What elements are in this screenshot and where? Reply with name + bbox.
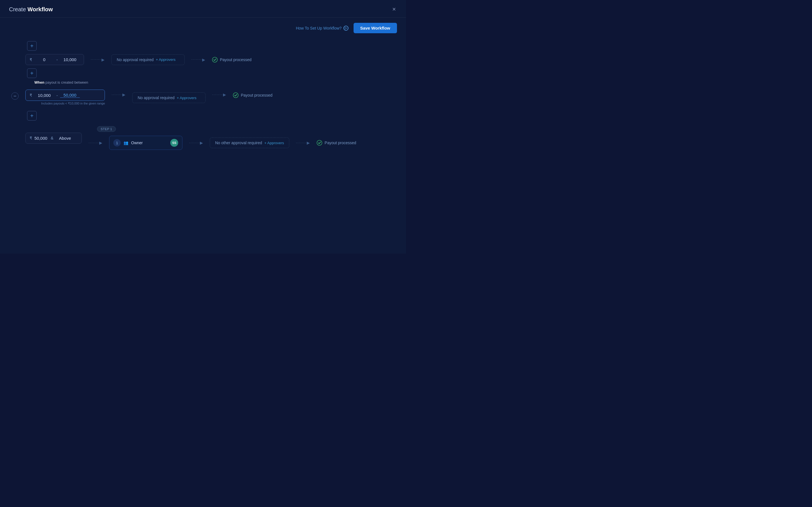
help-icon: ▷ <box>343 25 349 31</box>
when-label: When payout is created between <box>35 80 395 84</box>
approval-box-1: No approval required + Approvers <box>111 54 185 65</box>
add-row-button-top[interactable]: + <box>27 41 37 51</box>
connector-1: ▶ <box>91 57 105 62</box>
payout-processed-2: Payout processed <box>233 93 272 98</box>
step-label-1: STEP 1 <box>97 126 116 132</box>
range-value-3: 50,000 <box>35 136 47 140</box>
amp-3: & <box>51 136 53 140</box>
workflow-row-3-wrapper: ₹ 50,000 & Above STEP 1 ▶ <box>11 123 395 153</box>
range-max-2[interactable] <box>60 93 80 98</box>
add-approvers-btn-1[interactable]: + Approvers <box>156 57 175 62</box>
toolbar: How To Set Up Workflow? ▷ Save Workflow <box>0 18 406 36</box>
approver-avatar: SS <box>170 139 178 147</box>
currency-symbol-1: ₹ <box>30 57 32 62</box>
connector-3c: ▶ <box>296 140 310 145</box>
connector-2: ▶ <box>112 93 125 97</box>
help-text: How To Set Up Workflow? <box>296 26 342 31</box>
add-row-button-middle[interactable]: + <box>27 68 37 78</box>
approval-text-2: No approval required <box>138 96 174 100</box>
check-icon-1 <box>212 57 218 62</box>
modal-title: Create Workflow <box>9 6 53 13</box>
workflow-row-1: ₹ - ▶ No approval required + Approvers ▶ <box>11 54 395 65</box>
approver-box-1: 1 👥 Owner SS <box>109 136 183 150</box>
approver-role: Owner <box>131 140 167 145</box>
workflow-row-2: − ₹ - Includes payouts < ₹10,000 in the … <box>11 90 395 105</box>
payout-text-2: Payout processed <box>241 93 272 98</box>
workflow-row-3: ₹ 50,000 & Above STEP 1 ▶ <box>11 126 395 150</box>
dash-2: - <box>56 93 58 98</box>
add-row-button-lower[interactable]: + <box>27 111 37 121</box>
approver-people-icon: 👥 <box>123 140 128 145</box>
currency-symbol-2: ₹ <box>30 93 32 98</box>
dash-1: - <box>56 57 58 62</box>
no-other-text: No other approval required <box>215 140 262 145</box>
remove-row-button[interactable]: − <box>11 93 18 100</box>
svg-point-1 <box>233 93 238 98</box>
no-other-approval-box: No other approval required + Approvers <box>210 137 289 148</box>
connector-1b: ▶ <box>192 57 205 62</box>
check-icon-2 <box>233 93 239 98</box>
connector-3b: ▶ <box>189 140 203 145</box>
range-max-1[interactable] <box>60 57 80 62</box>
svg-point-2 <box>317 140 322 145</box>
payout-text-3: Payout processed <box>324 140 356 145</box>
range-min-2[interactable] <box>35 93 54 98</box>
range-box-1: ₹ - <box>26 54 84 65</box>
connector-3: ▶ <box>89 140 102 145</box>
currency-symbol-3: ₹ <box>30 136 32 140</box>
payout-text-1: Payout processed <box>220 57 252 62</box>
approver-count: 1 <box>113 139 121 147</box>
payout-processed-1: Payout processed <box>212 57 252 62</box>
range-box-2: ₹ - <box>26 90 105 101</box>
create-workflow-modal: Create Workflow × How To Set Up Workflow… <box>0 0 406 253</box>
save-workflow-button[interactable]: Save Workflow <box>354 23 397 33</box>
payout-processed-3: Payout processed <box>317 140 356 146</box>
range-min-1[interactable] <box>35 57 54 62</box>
range-hint-2: Includes payouts < ₹10,000 in the given … <box>41 102 105 105</box>
close-button[interactable]: × <box>391 5 397 13</box>
help-link[interactable]: How To Set Up Workflow? ▷ <box>296 25 348 31</box>
connector-2b: ▶ <box>212 93 226 97</box>
svg-point-0 <box>212 57 217 62</box>
modal-body: + ₹ - ▶ No approval required + Approvers… <box>0 36 406 253</box>
approval-box-2: No approval required + Approvers <box>132 93 206 103</box>
above-label-3: Above <box>59 136 71 140</box>
check-icon-3 <box>317 140 322 146</box>
modal-header: Create Workflow × <box>0 0 406 18</box>
range-box-3: ₹ 50,000 & Above <box>26 133 82 144</box>
add-approvers-btn-2[interactable]: + Approvers <box>177 96 197 100</box>
approval-text-1: No approval required <box>117 57 154 62</box>
workflow-row-2-wrapper: When payout is created between − ₹ - Inc… <box>11 80 395 109</box>
add-approvers-btn-3[interactable]: + Approvers <box>264 141 284 145</box>
